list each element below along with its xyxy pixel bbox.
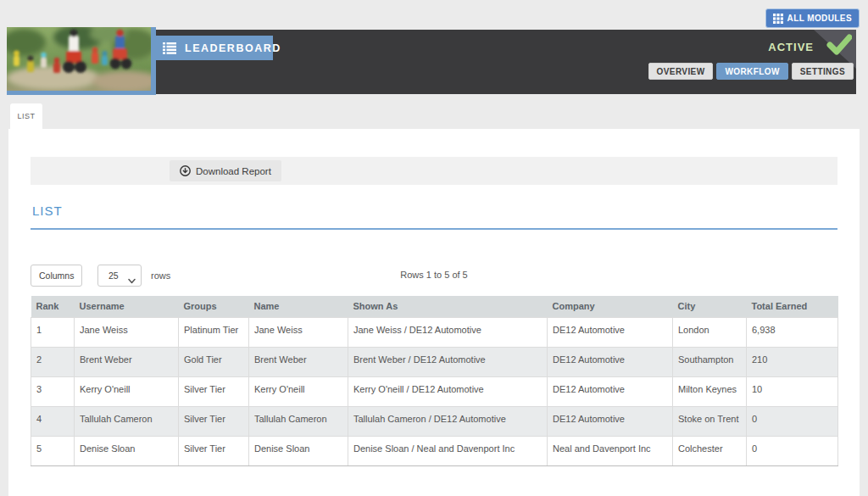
table-cell: Neal and Davenport Inc <box>548 436 673 465</box>
check-icon <box>826 34 852 59</box>
col-username[interactable]: Username <box>75 296 179 317</box>
toolbar-strip: Download Report <box>31 157 837 185</box>
table-cell: Silver Tier <box>179 436 249 465</box>
table-cell: 0 <box>747 436 838 465</box>
table-cell: London <box>673 317 747 347</box>
table-row: 3Kerry O'neillSilver TierKerry O'neillKe… <box>31 376 838 406</box>
nav-overview-button[interactable]: OVERVIEW <box>648 63 714 80</box>
table-cell: 210 <box>747 347 838 376</box>
nav-workflow-button[interactable]: WORKFLOW <box>716 63 787 80</box>
status-label: ACTIVE <box>768 41 814 53</box>
content-panel: Download Report LIST Columns 25 rows Row… <box>8 129 860 496</box>
table-cell: 2 <box>31 347 75 376</box>
table-cell: Silver Tier <box>179 376 249 406</box>
all-modules-label: ALL MODULES <box>787 14 852 23</box>
table-body: 1Jane WeissPlatinum TierJane WeissJane W… <box>31 317 838 465</box>
download-circle-icon <box>180 165 191 176</box>
table-cell: Jane Weiss <box>249 317 348 347</box>
table-cell: DE12 Automotive <box>548 347 673 376</box>
table-cell: Denise Sloan / Neal and Davenport Inc <box>348 436 548 465</box>
table-row: 5Denise SloanSilver TierDenise SloanDeni… <box>31 436 838 465</box>
table-cell: Colchester <box>673 436 747 465</box>
table-cell: 1 <box>31 317 75 347</box>
list-icon <box>163 42 176 54</box>
table-cell: DE12 Automotive <box>548 317 673 347</box>
table-cell: Brent Weber <box>75 347 179 376</box>
table-cell: Denise Sloan <box>75 436 179 465</box>
rows-status: Rows 1 to 5 of 5 <box>31 270 837 280</box>
col-name[interactable]: Name <box>249 296 348 317</box>
table-cell: Silver Tier <box>179 406 249 436</box>
table-cell: 6,938 <box>747 317 838 347</box>
all-modules-button[interactable]: ALL MODULES <box>765 8 860 28</box>
col-company[interactable]: Company <box>548 296 673 317</box>
section-divider <box>31 228 837 230</box>
table-cell: Jane Weiss / DE12 Automotive <box>348 317 548 347</box>
download-report-button[interactable]: Download Report <box>170 160 281 181</box>
nav-settings-button[interactable]: SETTINGS <box>792 63 854 80</box>
tab-list[interactable]: LIST <box>10 103 42 129</box>
module-title: LEADERBOARD <box>185 42 281 54</box>
table-cell: Kerry O'neill <box>75 376 179 406</box>
col-city[interactable]: City <box>673 296 747 317</box>
section-title: LIST <box>32 203 63 218</box>
table-controls: Columns 25 rows Rows 1 to 5 of 5 <box>31 265 837 287</box>
col-total-earned[interactable]: Total Earned <box>747 296 838 317</box>
table-header: Rank Username Groups Name Shown As Compa… <box>31 296 838 317</box>
table-cell: 5 <box>31 436 75 465</box>
table-cell: Brent Weber / DE12 Automotive <box>348 347 548 376</box>
table-cell: 3 <box>31 376 75 406</box>
table-row: 1Jane WeissPlatinum TierJane WeissJane W… <box>31 317 838 347</box>
col-rank[interactable]: Rank <box>31 296 75 317</box>
module-nav: OVERVIEW WORKFLOW SETTINGS <box>648 63 854 80</box>
table-cell: Stoke on Trent <box>673 406 747 436</box>
download-report-label: Download Report <box>196 166 271 176</box>
leaderboard-table: Rank Username Groups Name Shown As Compa… <box>31 296 838 466</box>
table-cell: Gold Tier <box>179 347 249 376</box>
table-cell: Milton Keynes <box>673 376 747 406</box>
table-cell: 4 <box>31 406 75 436</box>
grid-icon <box>773 14 783 24</box>
table-cell: Kerry O'neill <box>249 376 348 406</box>
table-cell: Tallulah Cameron <box>249 406 348 436</box>
table-cell: 0 <box>747 406 838 436</box>
table-cell: Tallulah Cameron / DE12 Automotive <box>348 406 548 436</box>
table-cell: DE12 Automotive <box>548 406 673 436</box>
module-title-badge: LEADERBOARD <box>151 36 273 60</box>
table-row: 4Tallulah CameronSilver TierTallulah Cam… <box>31 406 838 436</box>
table-cell: Southampton <box>673 347 747 376</box>
col-shown-as[interactable]: Shown As <box>348 296 548 317</box>
table-cell: Tallulah Cameron <box>75 406 179 436</box>
table-cell: DE12 Automotive <box>548 376 673 406</box>
module-hero-image <box>7 27 156 95</box>
table-cell: Platinum Tier <box>179 317 249 347</box>
table-row: 2Brent WeberGold TierBrent WeberBrent We… <box>31 347 838 376</box>
table-cell: Brent Weber <box>249 347 348 376</box>
leaderboard-table-wrap: Rank Username Groups Name Shown As Compa… <box>31 296 837 466</box>
table-cell: Jane Weiss <box>75 317 179 347</box>
col-groups[interactable]: Groups <box>179 296 249 317</box>
table-header-row: Rank Username Groups Name Shown As Compa… <box>31 296 838 317</box>
table-cell: Denise Sloan <box>249 436 348 465</box>
table-cell: Kerry O'neill / DE12 Automotive <box>348 376 548 406</box>
table-cell: 10 <box>747 376 838 406</box>
